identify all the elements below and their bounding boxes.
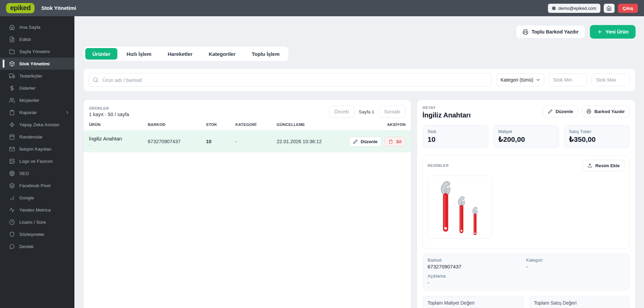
tab-toplu-islem[interactable]: Toplu İşlem xyxy=(245,48,286,60)
next-page-button[interactable]: Sonraki xyxy=(379,106,406,118)
chat-icon xyxy=(9,244,15,249)
sidebar-item-musteriler[interactable]: Müşteriler xyxy=(0,94,74,106)
tab-hareketler[interactable]: Hareketler xyxy=(161,48,200,60)
pencil-icon xyxy=(548,109,552,114)
products-panel: ÜRÜNLER 1 kayıt · 50 / sayfa Önceki Sayf… xyxy=(83,100,411,308)
sidebar-item-stok-yonetimi[interactable]: Stok Yönetimi xyxy=(0,58,74,70)
table-row[interactable]: İngiliz Anahtarı - 673270907437 10 - 22.… xyxy=(84,131,411,152)
stock-max-input[interactable] xyxy=(592,73,630,86)
col-category: KATEGORİ xyxy=(230,123,271,127)
dollar-icon xyxy=(9,85,15,91)
page-title: Stok Yönetimi xyxy=(41,5,76,11)
sidebar-item-google[interactable]: Google xyxy=(0,192,74,204)
trash-icon xyxy=(389,139,393,144)
target-icon xyxy=(9,171,15,176)
add-image-button[interactable]: Resim Ekle xyxy=(582,160,625,171)
table-header: ÜRÜN BARKOD STOK KATEGORİ GÜNCELLEME AKS… xyxy=(84,123,411,131)
tabbar: Ürünler Hızlı İşlem Hareketler Kategoril… xyxy=(83,46,289,62)
sidebar-item-tedarikciler[interactable]: Tedarikçiler xyxy=(0,70,74,82)
products-panel-title: ÜRÜNLER xyxy=(89,106,129,110)
row-updated: 22.01.2026 10:36:12 xyxy=(271,139,333,144)
images-title: RESİMLER xyxy=(428,163,449,168)
row-product-name: İngiliz Anahtarı xyxy=(89,136,142,141)
row-stock: 10 xyxy=(201,139,230,144)
info-barcode: Barkod 673270907437 xyxy=(428,258,526,269)
pagination: Önceki Sayfa 1 Sonraki xyxy=(329,106,406,118)
sidebar-item-yandex-metrica[interactable]: Yandex Metrica xyxy=(0,204,74,216)
clipboard-icon xyxy=(9,110,15,115)
image-icon xyxy=(9,158,15,164)
document-icon xyxy=(9,37,15,42)
search-input[interactable] xyxy=(89,73,492,87)
product-image-thumbnail[interactable] xyxy=(428,176,492,239)
sidebar-item-sayfa-yonetimi[interactable]: Sayfa Yönetimi xyxy=(0,45,74,58)
avatar xyxy=(552,6,556,10)
col-stock: STOK xyxy=(201,123,230,127)
sidebar-item-yapay-zeka-asistan[interactable]: Yapay Zeka Asistan xyxy=(0,118,74,131)
sidebar-item-lisans-sure[interactable]: Lisans / Süre xyxy=(0,216,74,228)
layers-icon xyxy=(9,183,15,189)
tab-urunler[interactable]: Ürünler xyxy=(85,48,117,60)
zap-icon xyxy=(9,122,15,128)
topbar: epiked Stok Yönetimi demo@epiked.com Çık… xyxy=(0,0,644,16)
app-logo[interactable]: epiked xyxy=(6,3,34,13)
page-indicator: Sayfa 1 xyxy=(359,109,374,114)
stock-min-input[interactable] xyxy=(549,73,587,86)
users-icon xyxy=(9,97,15,103)
stat-stock: Stok 10 xyxy=(422,125,488,148)
printer-icon xyxy=(586,109,591,114)
sidebar-item-iletisim-kayitlari[interactable]: İletişim Kayıtları xyxy=(0,143,74,155)
total-sale-card: Toplam Satış Değeri ₺3.500,00 xyxy=(529,296,630,308)
sidebar-item-randevular[interactable]: Randevular xyxy=(0,131,74,143)
col-actions: AKSİYON xyxy=(333,123,411,127)
bar-chart-icon xyxy=(9,195,15,201)
sidebar-item-sozlesmeler[interactable]: Sözleşmeler xyxy=(0,228,74,240)
logout-button[interactable]: Çıkış xyxy=(618,4,638,13)
sidebar-item-giderler[interactable]: Giderler xyxy=(0,82,74,94)
header-actions: Toplu Barkod Yazdır Yeni Ürün xyxy=(83,25,636,39)
detail-edit-button[interactable]: Düzenle xyxy=(543,106,578,117)
row-delete-button[interactable]: Sil xyxy=(385,137,406,147)
mail-icon xyxy=(9,146,15,152)
detail-title: İngiliz Anahtarı xyxy=(422,111,471,119)
tab-kategoriler[interactable]: Kategoriler xyxy=(202,48,243,60)
sidebar-item-ana-sayfa[interactable]: Ana Sayfa xyxy=(0,21,74,33)
user-account-pill[interactable]: demo@epiked.com xyxy=(548,4,600,13)
detail-barcode-print-button[interactable]: Barkod Yazdır xyxy=(581,106,630,117)
row-product-sub: - xyxy=(89,142,142,148)
search-icon xyxy=(93,77,98,83)
detail-panel: DETAY İngiliz Anahtarı Düzenle Barkod Ya… xyxy=(417,100,636,308)
info-description: Açıklama - xyxy=(428,273,625,285)
home-button[interactable] xyxy=(604,4,615,13)
shield-icon xyxy=(9,232,15,237)
category-select[interactable]: Kategori (tümü) xyxy=(496,73,544,86)
total-cost-card: Toplam Maliyet Değeri ₺2.000,00 xyxy=(422,296,524,308)
sidebar-item-seo[interactable]: SEO xyxy=(0,167,74,179)
product-info-card: Barkod 673270907437 Kategori - Açıklama … xyxy=(422,253,630,290)
folder-icon xyxy=(9,49,15,54)
home-icon xyxy=(606,6,612,11)
row-category: - xyxy=(230,139,271,144)
info-category: Kategori - xyxy=(526,258,625,269)
sidebar-item-destek[interactable]: Destek xyxy=(0,240,74,252)
sidebar-item-logo-ve-favicon[interactable]: Logo ve Favicon xyxy=(0,155,74,167)
topbar-right: demo@epiked.com Çıkış xyxy=(548,4,638,13)
search-field-wrap xyxy=(89,73,492,87)
new-product-button[interactable]: Yeni Ürün xyxy=(590,25,636,39)
sidebar-item-editor[interactable]: Editör xyxy=(0,33,74,45)
plus-icon xyxy=(597,29,602,35)
tab-hizli-islem[interactable]: Hızlı İşlem xyxy=(119,48,158,60)
bulk-barcode-print-button[interactable]: Toplu Barkod Yazdır xyxy=(516,25,585,39)
user-email: demo@epiked.com xyxy=(558,6,596,11)
upload-icon xyxy=(588,163,592,168)
home-icon xyxy=(9,24,15,30)
col-updated: GÜNCELLEME xyxy=(271,123,333,127)
row-edit-button[interactable]: Düzenle xyxy=(349,137,382,147)
sidebar-item-raporlar[interactable]: Raporlar xyxy=(0,106,74,118)
detail-kicker: DETAY xyxy=(422,106,471,110)
printer-icon xyxy=(523,29,528,35)
prev-page-button[interactable]: Önceki xyxy=(329,106,354,118)
stat-sale: Satış Tutarı ₺350,00 xyxy=(564,125,630,148)
truck-icon xyxy=(9,73,15,79)
sidebar-item-facebook-pixel[interactable]: Facebook Pixel xyxy=(0,179,74,192)
